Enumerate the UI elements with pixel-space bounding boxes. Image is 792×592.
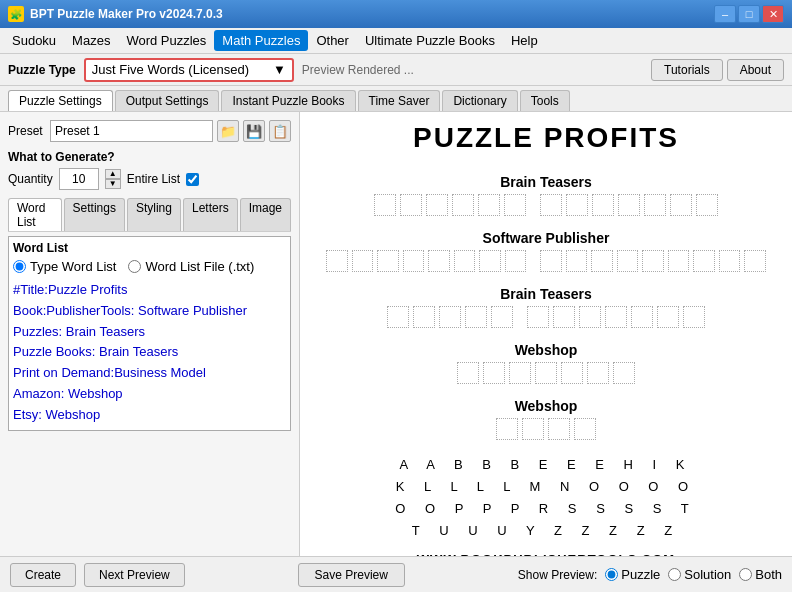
preset-folder-icon[interactable]: 📁 (217, 120, 239, 142)
radio-puzzle-label: Puzzle (621, 567, 660, 582)
quantity-label: Quantity (8, 172, 53, 186)
grid-row-2: O O P P P R S S S S T (326, 498, 766, 520)
puzzle-preview: PUZZLE PROFITS Brain Teasers Software Pu… (326, 122, 766, 556)
save-preview-button[interactable]: Save Preview (298, 563, 405, 587)
bottom-left: Create Next Preview (10, 563, 185, 587)
menu-math-puzzles[interactable]: Math Puzzles (214, 30, 308, 51)
entire-list-label: Entire List (127, 172, 180, 186)
next-preview-button[interactable]: Next Preview (84, 563, 185, 587)
radio-row: Type Word List Word List File (.txt) (13, 259, 286, 274)
create-button[interactable]: Create (10, 563, 76, 587)
menu-ultimate-puzzle-books[interactable]: Ultimate Puzzle Books (357, 30, 503, 51)
dotted-boxes-2 (326, 306, 766, 328)
quantity-spinner[interactable]: ▲ ▼ (105, 169, 121, 189)
menu-sudoku[interactable]: Sudoku (4, 30, 64, 51)
preview-label: Preview Rendered ... (302, 63, 643, 77)
radio-both-label: Both (755, 567, 782, 582)
menu-bar: Sudoku Mazes Word Puzzles Math Puzzles O… (0, 28, 792, 54)
about-button[interactable]: About (727, 59, 784, 81)
puzzle-word-3: Webshop (326, 342, 766, 358)
entire-list-checkbox[interactable] (186, 173, 199, 186)
preset-input[interactable] (50, 120, 213, 142)
menu-mazes[interactable]: Mazes (64, 30, 118, 51)
bottom-bar: Create Next Preview Save Preview Show Pr… (0, 556, 792, 592)
inner-tab-word-list[interactable]: Word List (8, 198, 62, 231)
inner-tab-image[interactable]: Image (240, 198, 291, 231)
tab-tools[interactable]: Tools (520, 90, 570, 111)
quantity-input[interactable] (59, 168, 99, 190)
preset-label: Preset (8, 124, 46, 138)
word-line-3: Puzzle Books: Brain Teasers (13, 342, 286, 363)
inner-tab-settings[interactable]: Settings (64, 198, 125, 231)
what-generate-label: What to Generate? (8, 150, 291, 164)
left-panel: Preset 📁 💾 📋 What to Generate? Quantity … (0, 112, 300, 556)
grid-row-0: A A B B B E E E H I K (326, 454, 766, 476)
radio-type-word-list[interactable]: Type Word List (13, 259, 116, 274)
toolbar: Puzzle Type Just Five Words (Licensed) ▼… (0, 54, 792, 86)
dotted-boxes-1 (326, 250, 766, 272)
radio-type-label: Type Word List (30, 259, 116, 274)
inner-tab-styling[interactable]: Styling (127, 198, 181, 231)
window-controls: – □ ✕ (714, 5, 784, 23)
inner-tabs: Word List Settings Styling Letters Image (8, 198, 291, 232)
radio-word-list-file[interactable]: Word List File (.txt) (128, 259, 254, 274)
menu-help[interactable]: Help (503, 30, 546, 51)
dropdown-arrow-icon: ▼ (273, 62, 286, 77)
show-preview-label: Show Preview: (518, 568, 597, 582)
puzzle-type-value: Just Five Words (Licensed) (92, 62, 249, 77)
word-line-2: Puzzles: Brain Teasers (13, 322, 286, 343)
tutorials-button[interactable]: Tutorials (651, 59, 723, 81)
tab-puzzle-settings[interactable]: Puzzle Settings (8, 90, 113, 111)
preset-row: Preset 📁 💾 📋 (8, 120, 291, 142)
word-list-box: Word List Type Word List Word List File … (8, 236, 291, 431)
maximize-button[interactable]: □ (738, 5, 760, 23)
minimize-button[interactable]: – (714, 5, 736, 23)
dotted-boxes-3 (326, 362, 766, 384)
inner-tab-letters[interactable]: Letters (183, 198, 238, 231)
quantity-row: Quantity ▲ ▼ Entire List (8, 168, 291, 190)
tab-output-settings[interactable]: Output Settings (115, 90, 220, 111)
radio-both[interactable]: Both (739, 567, 782, 582)
tab-time-saver[interactable]: Time Saver (358, 90, 441, 111)
radio-solution[interactable]: Solution (668, 567, 731, 582)
puzzle-title: PUZZLE PROFITS (326, 122, 766, 154)
dotted-boxes-0 (326, 194, 766, 216)
word-line-0: #Title:Puzzle Profits (13, 280, 286, 301)
puzzle-type-label: Puzzle Type (8, 63, 76, 77)
title-bar: 🧩 BPT Puzzle Maker Pro v2024.7.0.3 – □ ✕ (0, 0, 792, 28)
menu-word-puzzles[interactable]: Word Puzzles (118, 30, 214, 51)
grid-row-1: K L L L L M N O O O O (326, 476, 766, 498)
app-icon: 🧩 (8, 6, 24, 22)
bottom-center: Save Preview (193, 563, 510, 587)
puzzle-url: WWW.BOOKPUBLISHERTOOLS.COM (326, 552, 766, 556)
puzzle-word-2: Brain Teasers (326, 286, 766, 302)
word-content: #Title:Puzzle Profits Book:PublisherTool… (13, 280, 286, 426)
word-line-6: Etsy: Webshop (13, 405, 286, 426)
spin-up[interactable]: ▲ (105, 169, 121, 179)
close-button[interactable]: ✕ (762, 5, 784, 23)
radio-puzzle[interactable]: Puzzle (605, 567, 660, 582)
puzzle-type-dropdown[interactable]: Just Five Words (Licensed) ▼ (84, 58, 294, 82)
main-area: Preset 📁 💾 📋 What to Generate? Quantity … (0, 112, 792, 556)
puzzle-word-1: Software Publisher (326, 230, 766, 246)
bottom-right: Show Preview: Puzzle Solution Both (518, 567, 782, 582)
radio-solution-label: Solution (684, 567, 731, 582)
tab-instant-puzzle-books[interactable]: Instant Puzzle Books (221, 90, 355, 111)
app-title: BPT Puzzle Maker Pro v2024.7.0.3 (30, 7, 223, 21)
preset-save-icon[interactable]: 💾 (243, 120, 265, 142)
right-panel: PUZZLE PROFITS Brain Teasers Software Pu… (300, 112, 792, 556)
dotted-boxes-4 (326, 418, 766, 440)
word-line-5: Amazon: Webshop (13, 384, 286, 405)
word-line-1: Book:PublisherTools: Software Publisher (13, 301, 286, 322)
word-list-title: Word List (13, 241, 286, 255)
tabs-bar: Puzzle Settings Output Settings Instant … (0, 86, 792, 112)
menu-other[interactable]: Other (308, 30, 357, 51)
spin-down[interactable]: ▼ (105, 179, 121, 189)
grid-row-3: T U U U Y Z Z Z Z Z (326, 520, 766, 542)
letter-grid: A A B B B E E E H I K K L L L L M N O O … (326, 454, 766, 542)
word-line-4: Print on Demand:Business Model (13, 363, 286, 384)
preset-save-as-icon[interactable]: 📋 (269, 120, 291, 142)
puzzle-word-0: Brain Teasers (326, 174, 766, 190)
tab-dictionary[interactable]: Dictionary (442, 90, 517, 111)
puzzle-word-4: Webshop (326, 398, 766, 414)
